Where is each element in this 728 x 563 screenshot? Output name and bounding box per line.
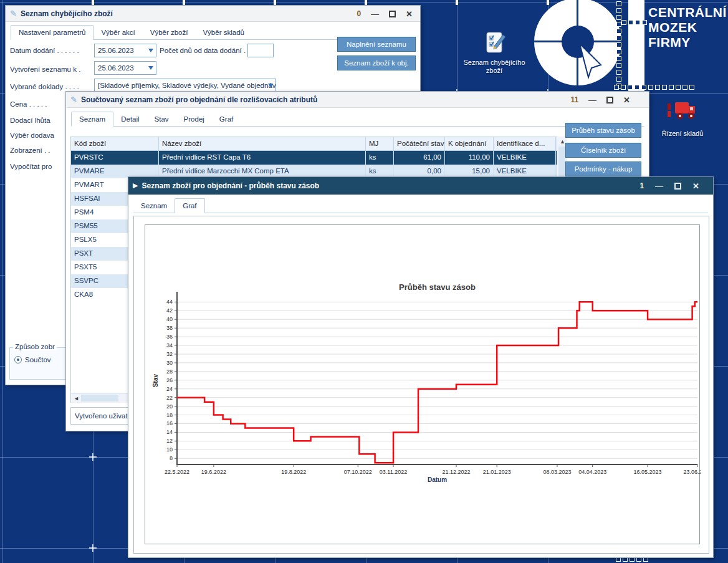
tab-seznam[interactable]: Seznam [133, 199, 175, 213]
tab-detail[interactable]: Detail [113, 112, 146, 126]
x-tick-label: 03.11.2022 [380, 469, 407, 475]
tab-stav[interactable]: Stav [147, 112, 176, 126]
logo-square [616, 22, 621, 27]
radio-dot-icon [14, 356, 22, 363]
window1-count: 0 [357, 9, 361, 18]
tab-seznam[interactable]: Seznam [71, 112, 113, 127]
logo-square [676, 85, 681, 90]
y-tick-label: 28 [166, 368, 173, 375]
maximize-icon[interactable] [389, 11, 396, 17]
vybrane-doklady-combo[interactable]: [Skladové příjemky, Skladové výdejky, Vy… [94, 79, 276, 92]
y-tick-label: 26 [166, 377, 173, 383]
qi-logo-dotted-column [616, 1, 621, 89]
checklist-icon [482, 30, 507, 55]
logo-square [616, 1, 621, 6]
table-cell: VELBIKE [494, 151, 556, 165]
logo-square [614, 85, 619, 90]
column-header[interactable]: Počáteční stav [394, 137, 445, 151]
minimize-icon[interactable]: — [371, 10, 379, 18]
pencil-icon: ✎ [70, 95, 77, 104]
tab-graf[interactable]: Graf [175, 198, 204, 213]
close-icon[interactable]: ✕ [692, 182, 699, 190]
pocet-dnu-input[interactable] [247, 44, 274, 57]
desktop-icon-seznam-chybejiciho-zbozi[interactable]: Seznam chybějícího zboží [457, 30, 532, 75]
grid-cross [92, 453, 93, 461]
stock-level-line [177, 302, 697, 463]
window2-titlebar[interactable]: ✎ Součtovaný seznam zboží pro objednání … [66, 92, 649, 108]
column-header[interactable]: Kód zboží [71, 137, 159, 151]
tab-v-b-r-sklad-[interactable]: Výběr skladů [195, 26, 251, 39]
y-tick-label: 8 [170, 455, 173, 461]
desktop-icon-rizeni-skladu[interactable]: Řízení skladů [648, 99, 717, 138]
tab-v-b-r-zbo-[interactable]: Výběr zboží [143, 26, 196, 39]
podminky-nakup-button[interactable]: Podmínky - nákup [565, 161, 641, 176]
seznam-zbozi-k-obj-button[interactable]: Seznam zboží k obj. [337, 55, 416, 70]
zobrazeni-label: Zobrazení . . [10, 147, 50, 154]
close-icon[interactable]: ✕ [623, 96, 630, 104]
table-cell: PVRSTC [71, 151, 159, 165]
tab-prodej[interactable]: Prodej [176, 112, 212, 126]
pencil-icon: ✎ [10, 9, 17, 18]
vybrane-doklady-label: Vybrané doklady . . . . [10, 83, 79, 90]
naplneni-seznamu-button[interactable]: Naplnění seznamu [337, 37, 416, 52]
column-header[interactable]: Název zboží [159, 137, 366, 151]
icon-label: Řízení skladů [662, 130, 704, 137]
souctovany-radio[interactable]: Součtov [14, 356, 51, 363]
x-tick-label: 07.10.2022 [344, 469, 372, 475]
y-tick-label: 10 [166, 446, 173, 453]
maximize-icon[interactable] [674, 183, 681, 190]
groupbox-legend: Způsob zobr [13, 343, 57, 350]
logo-square [616, 15, 621, 20]
y-tick-label: 34 [166, 342, 173, 349]
maximize-icon[interactable] [606, 97, 613, 103]
logo-square [616, 36, 621, 41]
logo-square [655, 85, 660, 90]
vytvoreni-label: Vytvoření seznamu k . [10, 65, 80, 73]
table-row[interactable]: PVRSTCPřední vidlice RST Capa T6ks61,001… [71, 151, 566, 165]
x-tick-label: 19.6.2022 [201, 469, 226, 475]
logo-square [689, 85, 694, 90]
qi-logo-dotted-row [621, 20, 647, 25]
vytvoreni-combo[interactable]: 25.06.2023 [94, 61, 156, 75]
logo-square [621, 20, 626, 25]
chevron-down-icon [148, 49, 153, 52]
scroll-left-icon[interactable]: ◄ [74, 395, 79, 402]
tab-nastaven-parametr-[interactable]: Nastavení parametrů [11, 25, 93, 40]
prubeh-stavu-zasob-button[interactable]: Průběh stavu zásob [565, 123, 641, 138]
logo-square [648, 85, 653, 90]
qi-logo-q [531, 0, 625, 89]
logo-square [616, 49, 621, 54]
grid-tick [183, 0, 185, 5]
minimize-icon[interactable]: — [588, 96, 596, 104]
scrollbar-thumb[interactable] [81, 395, 118, 402]
x-tick-label: 08.03.2023 [543, 469, 571, 475]
column-header[interactable]: K objednání [445, 137, 494, 151]
window3-titlebar[interactable]: ▶ Seznam zboží pro objednání - průběh st… [128, 177, 713, 195]
datum-dodani-label: Datum dodání . . . . . . [10, 47, 79, 54]
vypocitat-label: Vypočítat pro [10, 163, 52, 170]
x-tick-label: 16.05.2023 [634, 469, 662, 475]
y-tick-label: 42 [166, 307, 173, 314]
vyber-dodavatelu-label: Výběr dodava [10, 132, 54, 139]
vytvoreni-value: 25.06.2023 [98, 64, 134, 72]
logo-square [682, 85, 687, 90]
tab-graf[interactable]: Graf [212, 112, 241, 126]
column-header[interactable]: MJ [366, 137, 394, 151]
brand-text: CENTRÁLNÍ MOZEK FIRMY [648, 5, 727, 50]
table-cell: 110,00 [445, 151, 494, 165]
close-icon[interactable]: ✕ [406, 10, 413, 18]
x-tick-label: 21.01.2023 [483, 469, 511, 475]
ciselnik-zbozi-button[interactable]: Číselník zboží [565, 143, 641, 158]
datum-dodani-combo[interactable]: 25.06.2023 [94, 44, 156, 57]
scroll-up-icon[interactable]: ▲ [560, 138, 565, 145]
column-header[interactable]: Identifikace d... [494, 137, 556, 151]
logo-square [616, 42, 621, 47]
chevron-down-icon [148, 66, 153, 70]
minimize-icon[interactable]: — [655, 182, 663, 190]
y-tick-label: 30 [166, 360, 173, 366]
logo-square [635, 20, 640, 25]
tab-v-b-r-akc-[interactable]: Výběr akcí [93, 26, 142, 39]
logo-square [669, 85, 674, 90]
x-axis-label: Datum [428, 476, 447, 483]
cena-label: Cena . . . . . [10, 100, 47, 108]
